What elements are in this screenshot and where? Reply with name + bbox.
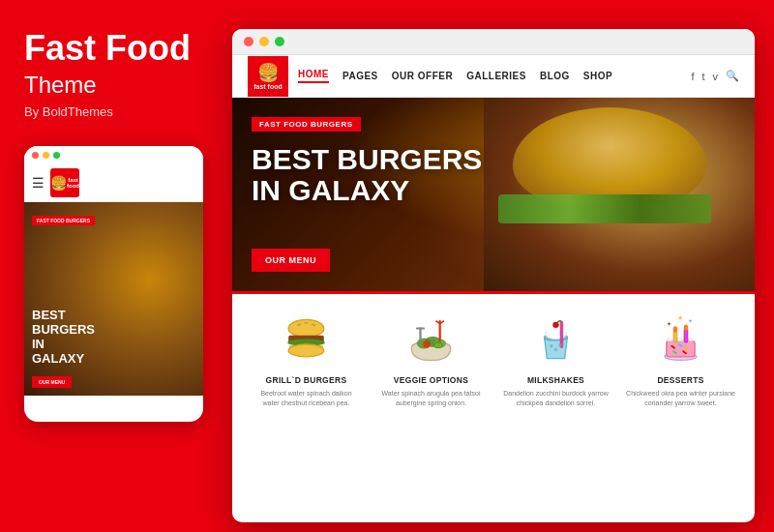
burger-svg-icon [280, 312, 333, 366]
feature-veggie-title: VEGGIE OPTIONS [394, 375, 468, 385]
facebook-icon[interactable]: f [691, 71, 694, 82]
svg-text:★: ★ [677, 313, 683, 322]
features-section: GRILL`D BURGERS Beetroot water spinach d… [232, 291, 755, 420]
feature-desserts: ★ ✦ ✦ DESSERTS Chickweed okra pea winter… [618, 310, 743, 408]
mobile-hero-badge: FAST FOOD BURGERS [32, 216, 95, 225]
svg-point-23 [550, 344, 553, 348]
mobile-dot-yellow [43, 152, 49, 159]
theme-subtitle: Theme [24, 72, 97, 99]
feature-veggie-desc: Water spinach arugula pea tatsoi aubergi… [376, 389, 486, 408]
browser-dot-green [275, 37, 284, 46]
svg-text:✦: ✦ [667, 320, 671, 326]
svg-point-2 [304, 321, 309, 323]
search-icon[interactable]: 🔍 [726, 70, 739, 82]
theme-title: Fast Food [24, 28, 191, 68]
mobile-titlebar [24, 146, 203, 164]
nav-links: HOME PAGES OUR OFFER GALLERIES BLOG SHOP [298, 69, 691, 83]
feature-desserts-desc: Chickweed okra pea winter pursiane coria… [626, 389, 735, 408]
vimeo-icon[interactable]: v [713, 71, 719, 82]
hero-section: FAST FOOD BURGERS BEST BURGERS IN GALAXY… [232, 98, 755, 291]
feature-burgers: GRILL`D BURGERS Beetroot water spinach d… [244, 310, 369, 408]
feature-milkshakes-desc: Dandelion zucchini burdock yarrow chickp… [501, 389, 610, 408]
nav-social: f t v 🔍 [691, 70, 739, 82]
browser-dot-yellow [259, 37, 269, 46]
svg-point-12 [423, 340, 430, 347]
browser-dot-red [244, 37, 253, 46]
svg-point-24 [554, 347, 558, 351]
feature-milkshakes: MILKSHAKES Dandelion zucchini burdock ya… [493, 310, 618, 408]
browser-logo-text: fast food [253, 83, 283, 90]
twitter-icon[interactable]: t [701, 71, 704, 82]
mobile-mockup: ☰ 🍔 fast food FAST FOOD BURGERS BESTBURG… [24, 146, 203, 422]
feature-veggie: VEGGIE OPTIONS Water spinach arugula pea… [369, 310, 493, 408]
hamburger-icon[interactable]: ☰ [32, 175, 45, 191]
hero-food-image [484, 98, 755, 291]
burger-feature-icon [278, 310, 336, 368]
nav-blog[interactable]: BLOG [540, 71, 570, 81]
feature-milkshakes-title: MILKSHAKES [527, 375, 584, 385]
mobile-cta-button[interactable]: OUR MENU [32, 376, 72, 388]
mobile-hero-bg [24, 202, 203, 396]
nav-galleries[interactable]: GALLERIES [466, 71, 526, 81]
hero-title-line1: BEST BURGERS [252, 143, 482, 175]
browser-titlebar [232, 29, 755, 55]
svg-point-25 [558, 343, 562, 347]
browser-mockup: 🍔 fast food HOME PAGES OUR OFFER GALLERI… [232, 29, 755, 522]
burger-logo-icon: 🍔 [257, 62, 279, 83]
feature-burgers-title: GRILL`D BURGERS [266, 375, 347, 385]
mobile-hero-title: BESTBURGERSINGALAXY [32, 309, 95, 367]
feature-burgers-desc: Beetroot water spinach daikon water ches… [252, 389, 361, 408]
veggie-feature-icon [402, 310, 461, 368]
left-panel: Fast Food Theme By BoldThemes ☰ 🍔 fast f… [0, 0, 232, 532]
browser-navbar: 🍔 fast food HOME PAGES OUR OFFER GALLERI… [232, 55, 755, 98]
mobile-dot-green [53, 152, 60, 159]
browser-logo: 🍔 fast food [248, 56, 288, 97]
hero-cta-button[interactable]: OUR MENU [252, 249, 330, 272]
svg-point-36 [684, 324, 689, 330]
desserts-feature-icon: ★ ✦ ✦ [652, 310, 710, 368]
desserts-svg-icon: ★ ✦ ✦ [654, 312, 707, 366]
mobile-header: ☰ 🍔 fast food [24, 164, 203, 202]
nav-shop[interactable]: SHOP [583, 71, 612, 81]
nav-offer[interactable]: OUR OFFER [392, 71, 453, 81]
mobile-logo: 🍔 fast food [50, 168, 79, 197]
svg-point-35 [673, 326, 678, 332]
feature-desserts-title: DESSERTS [657, 375, 703, 385]
theme-author: By BoldThemes [24, 104, 113, 119]
mobile-logo-text: fast food [67, 177, 79, 189]
hero-badge: FAST FOOD BURGERS [252, 117, 361, 132]
milkshake-feature-icon [527, 310, 585, 368]
nav-home[interactable]: HOME [298, 69, 329, 83]
veggie-svg-icon [404, 312, 458, 366]
burger-icon-small: 🍔 [50, 175, 67, 191]
mobile-hero: FAST FOOD BURGERS BESTBURGERSINGALAXY OU… [24, 202, 203, 396]
svg-text:✦: ✦ [688, 318, 693, 324]
milkshake-svg-icon [529, 312, 582, 366]
svg-rect-27 [667, 340, 695, 357]
hero-title-line2: IN GALAXY [252, 174, 409, 206]
nav-pages[interactable]: PAGES [342, 71, 378, 81]
svg-point-13 [433, 342, 442, 348]
hero-title: BEST BURGERS IN GALAXY [252, 144, 482, 205]
mobile-dot-red [32, 152, 39, 159]
svg-point-7 [288, 344, 324, 357]
